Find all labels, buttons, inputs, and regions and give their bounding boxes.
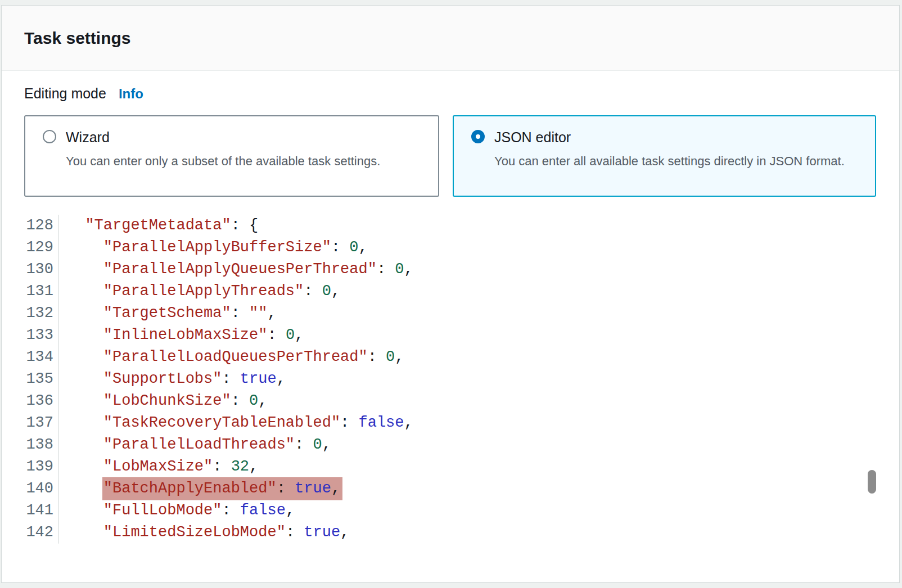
line-number: 134 bbox=[2, 346, 59, 368]
editor-line[interactable]: 132 "TargetSchema": "", bbox=[2, 302, 879, 324]
editor-line[interactable]: 139 "LobMaxSize": 32, bbox=[2, 456, 879, 478]
line-number: 142 bbox=[2, 522, 59, 544]
code-text: "ParallelApplyThreads": 0, bbox=[59, 281, 340, 302]
code-text: "FullLobMode": false, bbox=[59, 500, 295, 522]
code-text: "ParallelApplyQueuesPerThread": 0, bbox=[59, 259, 413, 281]
editor-line[interactable]: 135 "SupportLobs": true, bbox=[2, 368, 879, 390]
editor-line[interactable]: 131 "ParallelApplyThreads": 0, bbox=[2, 281, 879, 302]
code-text: "ParallelApplyBufferSize": 0, bbox=[59, 237, 368, 259]
code-text: "InlineLobMaxSize": 0, bbox=[59, 324, 304, 346]
line-number: 135 bbox=[2, 368, 59, 390]
editor-line[interactable]: 142 "LimitedSizeLobMode": true, bbox=[2, 522, 879, 544]
code-text: "ParallelLoadQueuesPerThread": 0, bbox=[59, 346, 404, 368]
panel-header: Task settings bbox=[2, 6, 899, 71]
line-number: 129 bbox=[2, 237, 59, 259]
code-text: "LobMaxSize": 32, bbox=[59, 456, 258, 478]
editing-mode-row: Editing mode Info bbox=[24, 85, 143, 102]
line-number: 130 bbox=[2, 259, 59, 281]
option-tile-json-editor[interactable]: JSON editor You can enter all available … bbox=[453, 115, 876, 197]
option-description: You can enter all available task setting… bbox=[494, 151, 846, 171]
editor-line[interactable]: 137 "TaskRecoveryTableEnabled": false, bbox=[2, 412, 879, 434]
editor-line[interactable]: 141 "FullLobMode": false, bbox=[2, 500, 879, 522]
line-number: 141 bbox=[2, 500, 59, 522]
line-number: 139 bbox=[2, 456, 59, 478]
editing-mode-tiles: Wizard You can enter only a subset of th… bbox=[24, 115, 876, 197]
radio-icon[interactable] bbox=[471, 130, 485, 143]
editor-line[interactable]: 138 "ParallelLoadThreads": 0, bbox=[2, 434, 879, 456]
option-tile-wizard[interactable]: Wizard You can enter only a subset of th… bbox=[24, 115, 439, 197]
scrollbar-thumb[interactable] bbox=[868, 470, 876, 494]
option-label: Wizard bbox=[66, 128, 380, 146]
line-number: 140 bbox=[2, 478, 59, 500]
code-text: "TargetMetadata": { bbox=[59, 215, 258, 237]
code-text: "TargetSchema": "", bbox=[59, 302, 277, 324]
page: { "panel": { "title": "Task settings" },… bbox=[0, 0, 902, 588]
editor-line[interactable]: 129 "ParallelApplyBufferSize": 0, bbox=[2, 237, 879, 259]
search-highlight: "BatchApplyEnabled": true, bbox=[102, 477, 342, 500]
code-text: "LobChunkSize": 0, bbox=[59, 390, 267, 412]
panel-content: Editing mode Info Wizard You can enter o… bbox=[2, 71, 899, 582]
code-text: "SupportLobs": true, bbox=[59, 368, 286, 390]
option-description: You can enter only a subset of the avail… bbox=[66, 151, 380, 171]
line-number: 132 bbox=[2, 302, 59, 324]
code-editor[interactable]: 128 "TargetMetadata": {129 "ParallelAppl… bbox=[2, 215, 879, 544]
line-number: 138 bbox=[2, 434, 59, 456]
code-text: "ParallelLoadThreads": 0, bbox=[59, 434, 331, 456]
line-number: 137 bbox=[2, 412, 59, 434]
editor-line[interactable]: 140 "BatchApplyEnabled": true, bbox=[2, 478, 879, 500]
editor-line[interactable]: 128 "TargetMetadata": { bbox=[2, 215, 879, 237]
editor-line[interactable]: 134 "ParallelLoadQueuesPerThread": 0, bbox=[2, 346, 879, 368]
code-text: "LimitedSizeLobMode": true, bbox=[59, 522, 349, 544]
code-lines: 128 "TargetMetadata": {129 "ParallelAppl… bbox=[2, 215, 879, 544]
line-number: 133 bbox=[2, 324, 59, 346]
line-number: 131 bbox=[2, 281, 59, 302]
info-link[interactable]: Info bbox=[119, 86, 143, 102]
code-text: "TaskRecoveryTableEnabled": false, bbox=[59, 412, 413, 434]
code-text: "BatchApplyEnabled": true, bbox=[59, 478, 342, 500]
page-title: Task settings bbox=[24, 29, 131, 48]
option-label: JSON editor bbox=[494, 128, 846, 146]
line-number: 128 bbox=[2, 215, 59, 237]
radio-icon[interactable] bbox=[43, 130, 56, 143]
editing-mode-label: Editing mode bbox=[24, 85, 106, 102]
editor-line[interactable]: 136 "LobChunkSize": 0, bbox=[2, 390, 879, 412]
editor-line[interactable]: 133 "InlineLobMaxSize": 0, bbox=[2, 324, 879, 346]
editor-line[interactable]: 130 "ParallelApplyQueuesPerThread": 0, bbox=[2, 259, 879, 281]
line-number: 136 bbox=[2, 390, 59, 412]
task-settings-panel: Task settings Editing mode Info Wizard Y… bbox=[1, 5, 900, 583]
